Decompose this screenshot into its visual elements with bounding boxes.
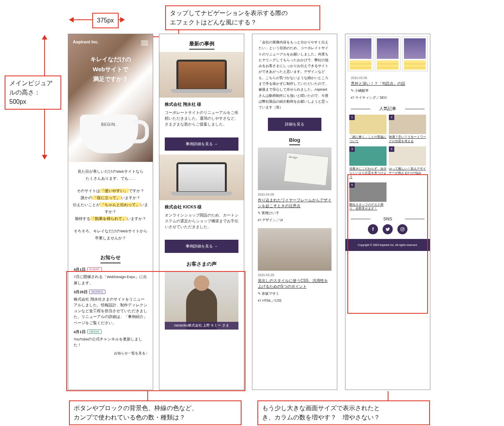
mobile-frame-2: 最新の事例 株式会社 翔永社 様 コーポレートサイトのリニューアルをご依頼いただ… — [159, 34, 244, 390]
news-item: 3月25日WORKS株式会社 翔永社さまのサイトをリニューアルしました。情報設計… — [74, 290, 147, 326]
cases-heading: 最新の事例 — [159, 40, 244, 50]
svg-point-2 — [403, 228, 404, 228]
anno-columns: もう少し大きな画面サイズで表示されたと き、カラムの数を増やす？ 増やさない？ — [257, 400, 430, 425]
tag-icon: HTML／CSS — [258, 299, 281, 302]
blog-item[interactable]: de·sign 202x.04.05 作り込まれたワイヤーフレームからデザインを… — [252, 148, 337, 228]
popular-item[interactable]: 4UIって難しい！新人デザイナーが抱える5つの悩み — [389, 146, 426, 179]
blog-image: de·sign — [258, 148, 331, 190]
popular-heading: 人気記事 — [345, 106, 430, 112]
width-label: 375px — [92, 13, 119, 28]
news-item: 4月1日EVENT7月に開催される「WebDesign Expo」に出展します。 — [74, 267, 147, 285]
sns-icons: f — [345, 224, 430, 234]
news-list: 4月1日EVENT7月に開催される「WebDesign Expo」に出展します。… — [68, 267, 153, 361]
testimonial-detail-button[interactable]: 詳細を見る — [268, 118, 321, 131]
popular-item[interactable]: 5弊社スタッフのデスク周り、全部見せます！ — [349, 182, 387, 211]
pen-icon: 赤坂マサミ — [258, 292, 279, 295]
hamburger-icon[interactable] — [141, 40, 148, 46]
case-desc: オンラインショップ開設のため、カートシステムの選定からショップ構築までお手伝いさ… — [165, 212, 238, 230]
blog-item[interactable]: 202x.03.29 見出しのスタイルに使うCSS、汎用性を上げるための5つのポ… — [252, 228, 337, 309]
case-detail-button[interactable]: 事例詳細を見る → — [165, 137, 238, 151]
mobile-frame-3: 「会社の業務内容をもっと分かりやすく伝えたい」という目的のため、コーポレイトサイ… — [252, 34, 337, 390]
case-detail-button[interactable]: 事例詳細を見る → — [165, 240, 238, 253]
instagram-icon[interactable] — [397, 224, 407, 234]
hero: Aspirant Inc. キレイなだけの Webサイトで 満足ですか？ BEG… — [68, 34, 153, 162]
case-desc: コーポレートサイトのリニューアルをご依頼いただきました。運用のしやすさなど、さま… — [165, 110, 238, 127]
popular-item[interactable]: 1「紙に書く」ことの意義について — [349, 115, 387, 143]
blog-image — [258, 228, 331, 271]
blog-wireframe-images — [345, 34, 430, 74]
testimonial-body: 「会社の業務内容をもっと分かりやすく伝えたい」という目的のため、コーポレイトサイ… — [252, 34, 337, 116]
pen-icon: 小嶋航平 — [351, 89, 369, 93]
tag-icon: デザイン／UI — [258, 218, 283, 222]
news-heading: お知らせ — [68, 254, 153, 263]
case-image-2 — [159, 155, 244, 200]
twitter-icon[interactable] — [383, 224, 393, 234]
case-title: 株式会社 翔永社 様 — [165, 101, 238, 107]
anno-nav-effect: タップしてナビゲーションを表示する際の エフェクトはどんな風にする？ — [165, 5, 320, 30]
mobile-frame-4: 202x.03.06 意外と深い！？「句読点」の話 小嶋航平 ライティング／SE… — [345, 34, 430, 390]
footer-copyright: Copyright © 2003 Aspirant Inc. All right… — [345, 239, 430, 251]
voice-image: nanaroku株式会社 上野 キミー さま — [165, 271, 238, 330]
blog-heading: Blog — [252, 137, 337, 145]
anno-hero-height: メインビジュアルの高さ：500px — [5, 76, 61, 110]
hero-cup-image: BEGIN. — [80, 115, 138, 153]
popular-item[interactable]: 3肩書きにこだわらず、自分らしい立ち位置を見つけよう — [349, 146, 387, 179]
case-title: 株式会社 KICKS 様 — [165, 204, 238, 210]
pen-icon: 富樫けい子 — [258, 211, 279, 215]
news-item: 4月1日MEDIAYouTubeの公式チャンネルを更新しました！ — [74, 330, 147, 348]
tag-icon: ライティング／SEO — [351, 96, 387, 100]
anno-colors: ボタンやブロックの背景色、枠線の色など、 カンプで使われている色の数・種類は？ — [69, 400, 242, 425]
logo: Aspirant Inc. — [73, 40, 148, 44]
case-image-1 — [159, 52, 244, 98]
intro-copy: 見た目が美しいだけのWebサイトならたくさんあります。でも…… そのサイトは「使… — [68, 162, 153, 248]
news-more-link[interactable]: お知らせ一覧を見る › — [74, 351, 147, 356]
hero-headline: キレイなだけの Webサイトで 満足ですか？ — [73, 54, 148, 84]
facebook-icon[interactable]: f — [368, 224, 378, 234]
svg-point-1 — [402, 228, 403, 230]
popular-item[interactable]: 2快適？辛い？リモートワークの功罪を考える — [389, 115, 426, 143]
voice-caption: nanaroku株式会社 上野 キミー さま — [165, 322, 238, 330]
sns-heading: SNS — [345, 216, 430, 221]
voice-heading: お客さまの声 — [159, 261, 244, 268]
mobile-frame-1: Aspirant Inc. キレイなだけの Webサイトで 満足ですか？ BEG… — [68, 34, 153, 390]
popular-grid: 1「紙に書く」ことの意義について2快適？辛い？リモートワークの功罪を考える3肩書… — [345, 115, 430, 211]
